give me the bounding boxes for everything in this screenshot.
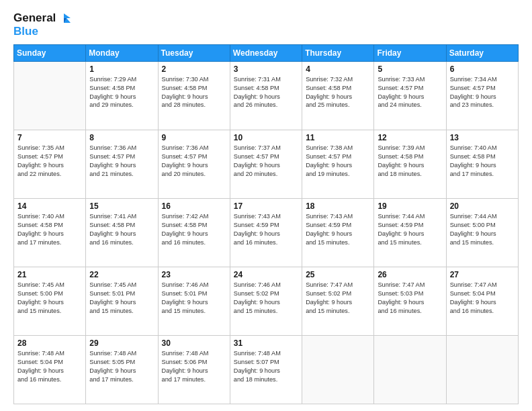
day-info: Sunrise: 7:38 AM Sunset: 4:57 PM Dayligh… — [306, 144, 370, 179]
day-info: Sunrise: 7:30 AM Sunset: 4:58 PM Dayligh… — [162, 75, 226, 110]
calendar-cell: 22Sunrise: 7:45 AM Sunset: 5:01 PM Dayli… — [86, 267, 158, 335]
day-info: Sunrise: 7:35 AM Sunset: 4:57 PM Dayligh… — [17, 144, 82, 179]
day-info: Sunrise: 7:36 AM Sunset: 4:57 PM Dayligh… — [162, 144, 226, 179]
day-number: 24 — [234, 270, 298, 279]
day-number: 26 — [378, 270, 442, 279]
day-number: 29 — [89, 338, 154, 348]
day-info: Sunrise: 7:45 AM Sunset: 5:00 PM Dayligh… — [17, 281, 82, 316]
day-info: Sunrise: 7:36 AM Sunset: 4:57 PM Dayligh… — [89, 144, 154, 179]
day-info: Sunrise: 7:47 AM Sunset: 5:04 PM Dayligh… — [450, 281, 515, 316]
header: General Blue — [13, 11, 519, 38]
calendar-cell: 14Sunrise: 7:40 AM Sunset: 4:58 PM Dayli… — [14, 198, 86, 267]
calendar-cell: 23Sunrise: 7:46 AM Sunset: 5:01 PM Dayli… — [158, 267, 230, 335]
weekday-header: Monday — [86, 44, 158, 61]
calendar-cell: 25Sunrise: 7:47 AM Sunset: 5:02 PM Dayli… — [302, 267, 374, 335]
calendar-cell: 21Sunrise: 7:45 AM Sunset: 5:00 PM Dayli… — [14, 267, 86, 335]
day-info: Sunrise: 7:43 AM Sunset: 4:59 PM Dayligh… — [306, 212, 370, 247]
weekday-header: Saturday — [446, 44, 518, 61]
weekday-header: Sunday — [14, 44, 86, 61]
calendar-cell: 9Sunrise: 7:36 AM Sunset: 4:57 PM Daylig… — [158, 130, 230, 198]
calendar-cell: 2Sunrise: 7:30 AM Sunset: 4:58 PM Daylig… — [158, 61, 230, 130]
day-info: Sunrise: 7:45 AM Sunset: 5:01 PM Dayligh… — [89, 281, 154, 316]
calendar-cell: 15Sunrise: 7:41 AM Sunset: 4:58 PM Dayli… — [86, 198, 158, 267]
calendar-week-row: 1Sunrise: 7:29 AM Sunset: 4:58 PM Daylig… — [14, 61, 519, 130]
calendar-cell: 16Sunrise: 7:42 AM Sunset: 4:58 PM Dayli… — [158, 198, 230, 267]
calendar-cell: 28Sunrise: 7:48 AM Sunset: 5:04 PM Dayli… — [14, 335, 86, 404]
day-number: 2 — [162, 64, 226, 74]
calendar-cell: 24Sunrise: 7:46 AM Sunset: 5:02 PM Dayli… — [230, 267, 302, 335]
weekday-header: Wednesday — [230, 44, 302, 61]
calendar-cell: 31Sunrise: 7:48 AM Sunset: 5:07 PM Dayli… — [230, 335, 302, 404]
day-info: Sunrise: 7:47 AM Sunset: 5:03 PM Dayligh… — [378, 281, 442, 316]
day-info: Sunrise: 7:46 AM Sunset: 5:01 PM Dayligh… — [162, 281, 226, 316]
day-number: 13 — [450, 133, 515, 142]
calendar-cell: 27Sunrise: 7:47 AM Sunset: 5:04 PM Dayli… — [446, 267, 518, 335]
day-info: Sunrise: 7:48 AM Sunset: 5:06 PM Dayligh… — [162, 349, 226, 384]
day-number: 27 — [450, 270, 515, 279]
day-number: 8 — [89, 133, 154, 142]
weekday-header: Thursday — [302, 44, 374, 61]
day-info: Sunrise: 7:43 AM Sunset: 4:59 PM Dayligh… — [234, 212, 298, 247]
day-number: 28 — [17, 338, 82, 348]
day-info: Sunrise: 7:41 AM Sunset: 4:58 PM Dayligh… — [89, 212, 154, 247]
calendar-cell: 19Sunrise: 7:44 AM Sunset: 4:59 PM Dayli… — [374, 198, 446, 267]
day-info: Sunrise: 7:37 AM Sunset: 4:57 PM Dayligh… — [234, 144, 298, 179]
calendar-week-row: 7Sunrise: 7:35 AM Sunset: 4:57 PM Daylig… — [14, 130, 519, 198]
day-info: Sunrise: 7:29 AM Sunset: 4:58 PM Dayligh… — [89, 75, 154, 110]
day-number: 15 — [89, 201, 154, 211]
day-info: Sunrise: 7:44 AM Sunset: 4:59 PM Dayligh… — [378, 212, 442, 247]
day-info: Sunrise: 7:48 AM Sunset: 5:04 PM Dayligh… — [17, 349, 82, 384]
day-number: 22 — [89, 270, 154, 279]
day-number: 19 — [378, 201, 442, 211]
day-number: 4 — [306, 64, 370, 74]
day-info: Sunrise: 7:48 AM Sunset: 5:07 PM Dayligh… — [234, 349, 298, 384]
day-info: Sunrise: 7:48 AM Sunset: 5:05 PM Dayligh… — [89, 349, 154, 384]
day-info: Sunrise: 7:42 AM Sunset: 4:58 PM Dayligh… — [162, 212, 226, 247]
logo: General Blue — [13, 11, 72, 38]
day-number: 1 — [89, 64, 154, 74]
calendar-cell — [302, 335, 374, 404]
day-number: 12 — [378, 133, 442, 142]
day-number: 25 — [306, 270, 370, 279]
logo-general: General — [13, 12, 56, 24]
calendar-cell: 20Sunrise: 7:44 AM Sunset: 5:00 PM Dayli… — [446, 198, 518, 267]
day-number: 6 — [450, 64, 515, 74]
weekday-header: Tuesday — [158, 44, 230, 61]
day-info: Sunrise: 7:34 AM Sunset: 4:57 PM Dayligh… — [450, 75, 515, 110]
calendar-cell: 8Sunrise: 7:36 AM Sunset: 4:57 PM Daylig… — [86, 130, 158, 198]
day-number: 20 — [450, 201, 515, 211]
day-number: 30 — [162, 338, 226, 348]
calendar-cell: 5Sunrise: 7:33 AM Sunset: 4:57 PM Daylig… — [374, 61, 446, 130]
day-info: Sunrise: 7:40 AM Sunset: 4:58 PM Dayligh… — [450, 144, 515, 179]
calendar-cell: 1Sunrise: 7:29 AM Sunset: 4:58 PM Daylig… — [86, 61, 158, 130]
day-info: Sunrise: 7:46 AM Sunset: 5:02 PM Dayligh… — [234, 281, 298, 316]
calendar-cell: 26Sunrise: 7:47 AM Sunset: 5:03 PM Dayli… — [374, 267, 446, 335]
day-info: Sunrise: 7:33 AM Sunset: 4:57 PM Dayligh… — [378, 75, 442, 110]
day-info: Sunrise: 7:40 AM Sunset: 4:58 PM Dayligh… — [17, 212, 82, 247]
day-number: 5 — [378, 64, 442, 74]
calendar-cell — [446, 335, 518, 404]
weekday-header: Friday — [374, 44, 446, 61]
calendar-cell: 10Sunrise: 7:37 AM Sunset: 4:57 PM Dayli… — [230, 130, 302, 198]
day-number: 9 — [162, 133, 226, 142]
calendar-cell: 7Sunrise: 7:35 AM Sunset: 4:57 PM Daylig… — [14, 130, 86, 198]
calendar-table: SundayMondayTuesdayWednesdayThursdayFrid… — [13, 44, 519, 404]
calendar-week-row: 21Sunrise: 7:45 AM Sunset: 5:00 PM Dayli… — [14, 267, 519, 335]
day-number: 16 — [162, 201, 226, 211]
calendar-cell: 30Sunrise: 7:48 AM Sunset: 5:06 PM Dayli… — [158, 335, 230, 404]
calendar-cell: 3Sunrise: 7:31 AM Sunset: 4:58 PM Daylig… — [230, 61, 302, 130]
day-info: Sunrise: 7:44 AM Sunset: 5:00 PM Dayligh… — [450, 212, 515, 247]
day-number: 10 — [234, 133, 298, 142]
calendar-cell — [14, 61, 86, 130]
calendar-cell: 17Sunrise: 7:43 AM Sunset: 4:59 PM Dayli… — [230, 198, 302, 267]
day-info: Sunrise: 7:47 AM Sunset: 5:02 PM Dayligh… — [306, 281, 370, 316]
weekday-header-row: SundayMondayTuesdayWednesdayThursdayFrid… — [14, 44, 519, 61]
day-info: Sunrise: 7:39 AM Sunset: 4:58 PM Dayligh… — [378, 144, 442, 179]
calendar-cell — [374, 335, 446, 404]
day-info: Sunrise: 7:31 AM Sunset: 4:58 PM Dayligh… — [234, 75, 298, 110]
day-number: 11 — [306, 133, 370, 142]
calendar-cell: 11Sunrise: 7:38 AM Sunset: 4:57 PM Dayli… — [302, 130, 374, 198]
day-info: Sunrise: 7:32 AM Sunset: 4:58 PM Dayligh… — [306, 75, 370, 110]
day-number: 17 — [234, 201, 298, 211]
logo-bird-icon — [57, 11, 72, 26]
